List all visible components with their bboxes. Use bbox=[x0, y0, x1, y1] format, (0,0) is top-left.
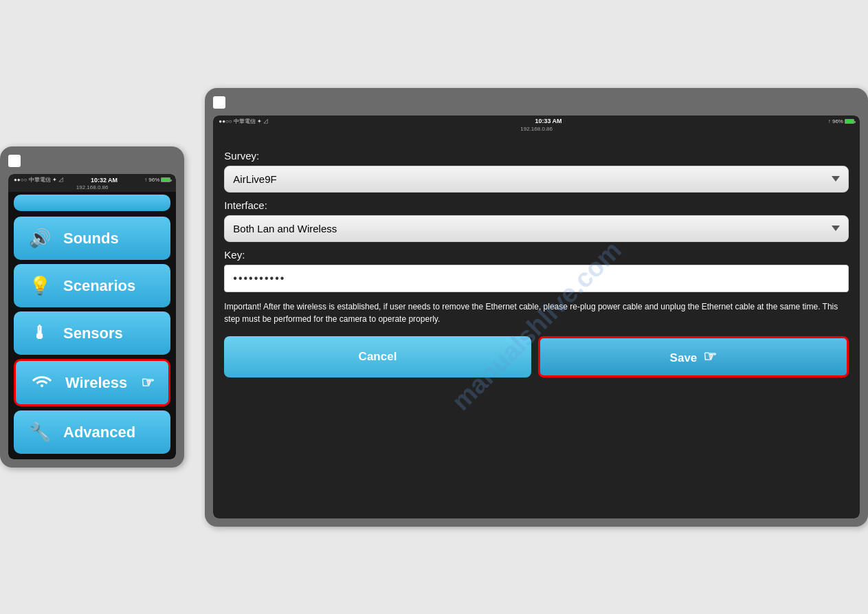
save-button[interactable]: Save ☞ bbox=[538, 336, 849, 377]
advanced-button[interactable]: 🔧 Advanced bbox=[14, 410, 170, 454]
form-container: manualshlive.com Survey: AirLive9F Inter… bbox=[213, 133, 860, 518]
wireless-icon bbox=[30, 372, 54, 393]
left-phone-frame: ●●○○ 中華電信 ✦ ⊿ 10:32 AM ↑ 96% 192.168.0.8… bbox=[0, 146, 184, 468]
sensors-label: Sensors bbox=[63, 325, 123, 342]
hand-cursor-right: ☞ bbox=[703, 348, 717, 366]
button-row: Cancel Save ☞ bbox=[224, 336, 849, 377]
watermark: manualshlive.com bbox=[446, 235, 627, 416]
left-time: 10:32 AM bbox=[91, 177, 118, 184]
right-phone-frame: ●●○○ 中華電信 ✦ ⊿ 10:33 AM ↑ 96% 192.168.0.8… bbox=[205, 88, 868, 527]
sounds-icon: 🔊 bbox=[27, 228, 52, 249]
left-status-bar: ●●○○ 中華電信 ✦ ⊿ 10:32 AM ↑ 96% 192.168.0.8… bbox=[8, 174, 176, 192]
key-input[interactable] bbox=[224, 265, 849, 292]
left-phone-screen: ●●○○ 中華電信 ✦ ⊿ 10:32 AM ↑ 96% 192.168.0.8… bbox=[8, 174, 176, 459]
wireless-label: Wireless bbox=[65, 374, 127, 392]
right-time: 10:33 AM bbox=[535, 118, 561, 124]
right-phone-screen: ●●○○ 中華電信 ✦ ⊿ 10:33 AM ↑ 96% 192.168.0.8… bbox=[213, 116, 860, 518]
left-signal: ↑ 96% bbox=[144, 177, 170, 183]
scenarios-label: Scenarios bbox=[63, 277, 135, 295]
left-url: 192.168.0.86 bbox=[76, 184, 109, 190]
cancel-button[interactable]: Cancel bbox=[224, 336, 531, 377]
interface-value: Both Lan and Wireless bbox=[233, 223, 337, 234]
survey-label: Survey: bbox=[224, 150, 849, 162]
sensors-icon: 🌡 bbox=[27, 322, 52, 344]
home-button-left[interactable] bbox=[8, 155, 21, 167]
right-url: 192.168.0.86 bbox=[520, 126, 553, 132]
battery-icon-left bbox=[161, 177, 170, 182]
sounds-button[interactable]: 🔊 Sounds bbox=[14, 217, 170, 260]
survey-dropdown[interactable]: AirLive9F bbox=[224, 166, 849, 193]
left-carrier: ●●○○ 中華電信 ✦ ⊿ bbox=[14, 176, 64, 184]
save-label: Save bbox=[670, 351, 698, 364]
advanced-icon: 🔧 bbox=[27, 421, 52, 443]
menu-container: 🔊 Sounds 💡 Scenarios 🌡 Sensors bbox=[8, 192, 176, 459]
partial-top-button[interactable] bbox=[14, 195, 170, 211]
sounds-label: Sounds bbox=[63, 230, 119, 248]
right-signal: ↑ 96% bbox=[828, 118, 854, 124]
sensors-button[interactable]: 🌡 Sensors bbox=[14, 311, 170, 355]
hand-cursor-left: ☞ bbox=[141, 374, 155, 392]
interface-dropdown[interactable]: Both Lan and Wireless bbox=[224, 215, 849, 242]
scenarios-button[interactable]: 💡 Scenarios bbox=[14, 264, 170, 307]
right-carrier: ●●○○ 中華電信 ✦ ⊿ bbox=[219, 118, 269, 125]
scenarios-icon: 💡 bbox=[27, 275, 52, 296]
survey-dropdown-arrow bbox=[832, 176, 840, 182]
info-text: Important! After the wireless is establi… bbox=[224, 300, 849, 325]
battery-icon-right bbox=[845, 119, 854, 124]
right-status-bar: ●●○○ 中華電信 ✦ ⊿ 10:33 AM ↑ 96% 192.168.0.8… bbox=[213, 116, 860, 133]
key-label: Key: bbox=[224, 249, 849, 261]
survey-value: AirLive9F bbox=[233, 173, 276, 185]
home-button-right[interactable] bbox=[213, 96, 225, 109]
interface-dropdown-arrow bbox=[832, 226, 840, 231]
advanced-label: Advanced bbox=[63, 424, 135, 441]
wireless-button[interactable]: Wireless ☞ bbox=[14, 359, 170, 406]
interface-label: Interface: bbox=[224, 199, 849, 211]
